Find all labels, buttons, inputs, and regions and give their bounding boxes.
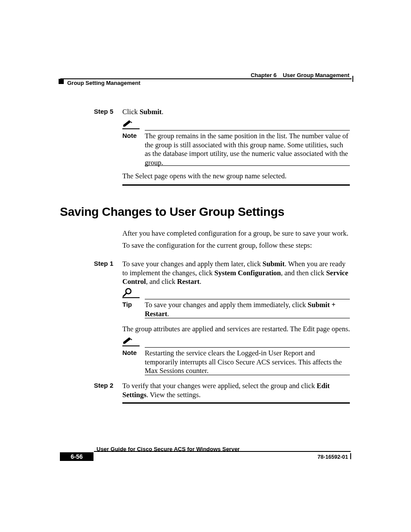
step-1-text: To save your changes and apply them late… bbox=[122, 260, 351, 286]
running-header-section: Group Setting Management bbox=[67, 80, 140, 86]
step-2-label: Step 2 bbox=[94, 382, 113, 389]
header-section-marker bbox=[59, 79, 64, 84]
tip-label: Tip bbox=[122, 301, 132, 308]
section-heading: Saving Changes to User Group Settings bbox=[60, 205, 284, 219]
note-2-text: Restarting the service clears the Logged… bbox=[145, 349, 350, 376]
tip-callout: Tip To save your changes and apply them … bbox=[122, 288, 350, 319]
note-label: Note bbox=[122, 132, 137, 139]
section-end-rule-2 bbox=[122, 402, 350, 404]
after-tip-text: The group attributes are applied and ser… bbox=[122, 325, 351, 334]
step-5-text: Click Submit. bbox=[122, 108, 351, 117]
header-rule bbox=[60, 78, 352, 79]
step-1-label: Step 1 bbox=[94, 260, 113, 267]
note-1-text: The group remains in the same position i… bbox=[145, 132, 350, 168]
after-note-1-text: The Select page opens with the new group… bbox=[122, 172, 351, 181]
step-5-label: Step 5 bbox=[94, 108, 113, 115]
footer-page-number: 6-56 bbox=[60, 452, 93, 461]
running-header-chapter: Chapter 6 User Group Management bbox=[251, 72, 349, 78]
intro-paragraph-2: To save the configuration for the curren… bbox=[122, 241, 351, 250]
step-2-text: To verify that your changes were applied… bbox=[122, 382, 351, 399]
section-end-rule-1 bbox=[122, 184, 350, 186]
footer-rule bbox=[94, 451, 351, 452]
footer-doc-number: 78-16592-01 bbox=[318, 454, 348, 460]
note-callout-1: Note The group remains in the same posit… bbox=[122, 119, 350, 166]
tip-text: To save your changes and apply them imme… bbox=[145, 301, 350, 318]
svg-line-1 bbox=[123, 293, 126, 296]
header-rule-tick bbox=[352, 76, 353, 82]
intro-paragraph-1: After you have completed configuration f… bbox=[122, 229, 351, 238]
note-label: Note bbox=[122, 349, 137, 356]
note-callout-2: Note Restarting the service clears the L… bbox=[122, 336, 350, 376]
footer-rule-tick bbox=[350, 453, 351, 459]
